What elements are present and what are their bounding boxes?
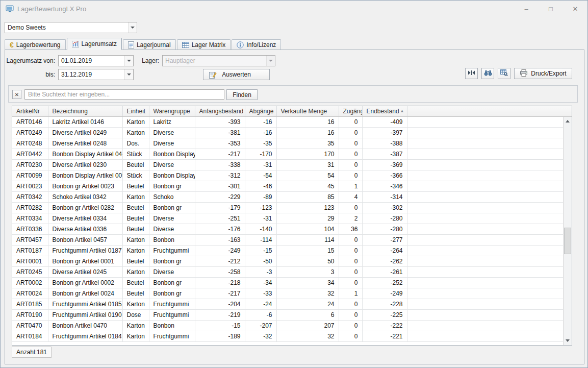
cell-anfangsbestand[interactable]: -301 <box>195 181 245 191</box>
cell-artikelnr[interactable]: ART0187 <box>12 245 48 256</box>
cell-verkaufte-menge[interactable]: 114 <box>276 234 339 245</box>
cell-abgaenge[interactable]: -123 <box>245 202 276 213</box>
cell-endbestand[interactable]: -252 <box>362 277 407 288</box>
cell-artikelnr[interactable]: ART0185 <box>12 299 48 309</box>
table-row[interactable]: ART0282Bonbon gr Artikel 0282BeutelBonbo… <box>12 202 572 213</box>
cell-warengruppe[interactable]: Fruchtgummi <box>149 245 195 256</box>
print-export-button[interactable]: Druck/Export <box>514 68 572 79</box>
cell-abgaenge[interactable]: -33 <box>245 288 276 299</box>
cell-endbestand[interactable]: -314 <box>362 191 407 202</box>
cell-verkaufte-menge[interactable]: 16 <box>276 127 339 138</box>
column-header-warengruppe[interactable]: Warengruppe <box>149 106 195 116</box>
finden-button[interactable]: Finden <box>226 89 258 100</box>
cell-endbestand[interactable]: -225 <box>362 309 407 320</box>
cell-abgaenge[interactable]: -114 <box>245 234 276 245</box>
scroll-up-button[interactable] <box>564 117 572 126</box>
cell-einheit[interactable]: Beutel <box>122 288 149 299</box>
cell-warengruppe[interactable]: Fruchtgummi <box>149 299 195 309</box>
cell-zugaenge[interactable]: 0 <box>339 127 362 138</box>
cell-verkaufte-menge[interactable]: 45 <box>276 181 339 191</box>
column-header-einheit[interactable]: Einheit <box>122 106 149 116</box>
maximize-button[interactable]: □ <box>539 1 563 17</box>
cell-verkaufte-menge[interactable]: 15 <box>276 245 339 256</box>
column-header-verkaufte-menge[interactable]: Verkaufte Menge <box>276 106 339 116</box>
cell-anfangsbestand[interactable]: -353 <box>195 138 245 149</box>
cell-abgaenge[interactable]: -170 <box>245 149 276 159</box>
cell-einheit[interactable]: Beutel <box>122 202 149 213</box>
date-to-dropdown-button[interactable] <box>124 69 133 80</box>
cell-warengruppe[interactable]: Bonbon <box>149 320 195 331</box>
table-row[interactable]: ART0245Diverse Artikel 0245KartonDiverse… <box>12 266 572 277</box>
cell-bezeichnung[interactable]: Lakritz Artikel 0146 <box>48 116 122 127</box>
cell-einheit[interactable]: Karton <box>122 191 149 202</box>
column-header-abgaenge[interactable]: Abgänge <box>245 106 276 116</box>
tab-lagerbewertung[interactable]: € Lagerbewertung <box>5 39 66 50</box>
vertical-scrollbar[interactable] <box>563 117 572 345</box>
cell-bezeichnung[interactable]: Bonbon gr Artikel 0024 <box>48 288 122 299</box>
cell-warengruppe[interactable]: Bonbon gr <box>149 288 195 299</box>
cell-zugaenge[interactable]: 36 <box>339 224 362 234</box>
cell-warengruppe[interactable]: Fruchtgummi <box>149 331 195 341</box>
cell-zugaenge[interactable]: 0 <box>339 331 362 341</box>
cell-anfangsbestand[interactable]: -381 <box>195 127 245 138</box>
cell-anfangsbestand[interactable]: -189 <box>195 331 245 341</box>
table-row[interactable]: ART0024Bonbon gr Artikel 0024BeutelBonbo… <box>12 288 572 299</box>
cell-artikelnr[interactable]: ART0001 <box>12 256 48 266</box>
cell-artikelnr[interactable]: ART0249 <box>12 127 48 138</box>
table-row[interactable]: ART0442Bonbon Display Artikel 0442StückB… <box>12 149 572 159</box>
cell-artikelnr[interactable]: ART0190 <box>12 309 48 320</box>
cell-verkaufte-menge[interactable]: 35 <box>276 138 339 149</box>
date-from-input[interactable] <box>59 56 124 66</box>
cell-endbestand[interactable]: -280 <box>362 213 407 224</box>
cell-einheit[interactable]: Beutel <box>122 224 149 234</box>
cell-zugaenge[interactable]: 0 <box>339 320 362 331</box>
cell-einheit[interactable]: Karton <box>122 320 149 331</box>
cell-artikelnr[interactable]: ART0342 <box>12 191 48 202</box>
table-row[interactable]: ART0457Bonbon Artikel 0457KartonBonbon-1… <box>12 234 572 245</box>
cell-zugaenge[interactable]: 0 <box>339 138 362 149</box>
company-selector[interactable]: Demo Sweets <box>5 22 137 33</box>
cell-artikelnr[interactable]: ART0146 <box>12 116 48 127</box>
cell-warengruppe[interactable]: Bonbon gr <box>149 256 195 266</box>
cell-einheit[interactable]: Dos. <box>122 138 149 149</box>
cell-verkaufte-menge[interactable]: 123 <box>276 202 339 213</box>
cell-endbestand[interactable]: -222 <box>362 320 407 331</box>
cell-zugaenge[interactable]: 0 <box>339 149 362 159</box>
cell-zugaenge[interactable]: 0 <box>339 202 362 213</box>
cell-anfangsbestand[interactable]: -393 <box>195 116 245 127</box>
cell-einheit[interactable]: Stück <box>122 149 149 159</box>
table-row[interactable]: ART0187Fruchtgummi Artikel 0187KartonFru… <box>12 245 572 256</box>
scrollbar-thumb[interactable] <box>564 228 571 254</box>
company-selector-dropdown-button[interactable] <box>128 22 137 33</box>
column-header-anfangsbestand[interactable]: Anfangsbestand <box>195 106 245 116</box>
cell-bezeichnung[interactable]: Bonbon Artikel 0470 <box>48 320 122 331</box>
cell-anfangsbestand[interactable]: -163 <box>195 234 245 245</box>
best-fit-columns-button[interactable] <box>465 68 478 79</box>
cell-zugaenge[interactable]: 1 <box>339 181 362 191</box>
cell-verkaufte-menge[interactable]: 29 <box>276 213 339 224</box>
cell-abgaenge[interactable]: -140 <box>245 224 276 234</box>
cell-zugaenge[interactable]: 0 <box>339 256 362 266</box>
cell-artikelnr[interactable]: ART0470 <box>12 320 48 331</box>
cell-verkaufte-menge[interactable]: 24 <box>276 299 339 309</box>
cell-verkaufte-menge[interactable]: 6 <box>276 309 339 320</box>
cell-anfangsbestand[interactable]: -219 <box>195 309 245 320</box>
cell-bezeichnung[interactable]: Bonbon gr Artikel 0023 <box>48 181 122 191</box>
cell-einheit[interactable]: Stück <box>122 170 149 181</box>
cell-verkaufte-menge[interactable]: 54 <box>276 170 339 181</box>
cell-abgaenge[interactable]: -54 <box>245 170 276 181</box>
cell-warengruppe[interactable]: Diverse <box>149 224 195 234</box>
cell-artikelnr[interactable]: ART0248 <box>12 138 48 149</box>
table-row[interactable]: ART0342Schoko Artikel 0342KartonSchoko-2… <box>12 191 572 202</box>
cell-verkaufte-menge[interactable]: 32 <box>276 331 339 341</box>
cell-artikelnr[interactable]: ART0336 <box>12 224 48 234</box>
table-row[interactable]: ART0334Diverse Artikel 0334BeutelDiverse… <box>12 213 572 224</box>
cell-bezeichnung[interactable]: Diverse Artikel 0249 <box>48 127 122 138</box>
table-row[interactable]: ART0001Bonbon gr Artikel 0001BeutelBonbo… <box>12 256 572 266</box>
table-row[interactable]: ART0002Bonbon gr Artikel 0002BeutelBonbo… <box>12 277 572 288</box>
cell-anfangsbestand[interactable]: -338 <box>195 159 245 170</box>
cell-bezeichnung[interactable]: Diverse Artikel 0230 <box>48 159 122 170</box>
cell-verkaufte-menge[interactable]: 34 <box>276 277 339 288</box>
cell-artikelnr[interactable]: ART0002 <box>12 277 48 288</box>
table-row[interactable]: ART0248Diverse Artikel 0248Dos.Diverse-3… <box>12 138 572 149</box>
